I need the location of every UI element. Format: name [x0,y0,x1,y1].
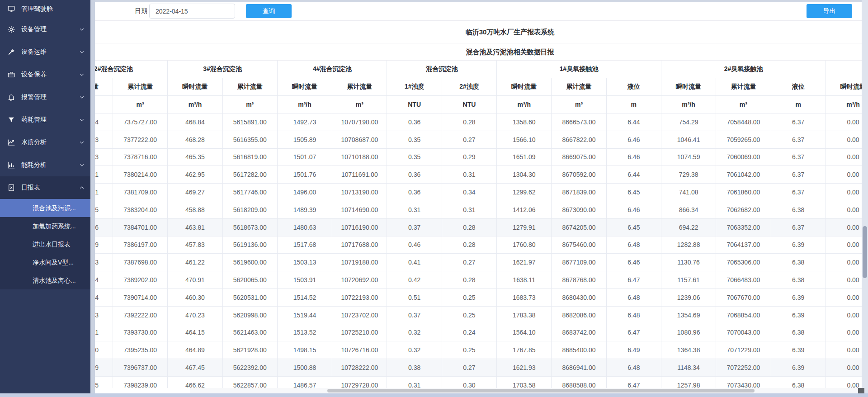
cell: 0.42 [387,271,442,289]
sidebar-item-label: 设备管理 [21,25,47,33]
cell: 8667822.00 [552,131,606,149]
column-header-3: 累计流量 [223,78,278,96]
wrench-icon [7,47,16,57]
cell: 0.27 [442,131,497,149]
cell: 0.36 [387,166,442,184]
column-unit-5: m³ [332,96,387,113]
sidebar-item-daily-report[interactable]: 日报表 [0,176,90,199]
query-button[interactable]: 查询 [246,4,292,18]
sidebar-content-divider [90,0,95,397]
cell: 7378716.00 [113,149,168,166]
sidebar-item-6[interactable]: 水质分析 [0,131,90,154]
column-header-13: 液位 [771,78,826,96]
table-row-10: 47390714.00460.305620531.001514.52107221… [95,289,862,307]
scrollbar-corner [858,388,864,393]
cell: 7395235.00 [113,341,168,359]
sidebar-subitem-0[interactable]: 混合池及污泥... [0,199,90,217]
cell: 1 [95,166,113,184]
sidebar-subitem-3[interactable]: 净水间及V型... [0,253,90,271]
cell: 0.35 [387,131,442,149]
cell: 3 [95,131,113,149]
cell: 1513.52 [278,324,332,342]
cell: 1564.10 [497,324,552,342]
sidebar-item-5[interactable]: 药耗管理 [0,109,90,131]
column-unit-1: m³ [113,96,168,113]
cell: 7393730.00 [113,324,168,342]
cell: 5621928.00 [223,341,278,359]
report-table-viewport[interactable]: 临沂30万吨水厂生产报表系统 混合池及污泥池相关数据日报 2#混合沉淀池3#混合… [95,20,862,388]
column-unit-13: m [771,96,826,113]
chevron-down-icon [79,26,85,33]
cell: 1279.91 [497,219,552,236]
cell: 457.83 [168,236,222,254]
cell: 1498.15 [278,341,332,359]
cell: 6.38 [771,271,826,289]
cell: 8682086.00 [552,307,606,324]
cell: 1505.89 [278,131,332,149]
cell: 6.44 [607,166,661,184]
cell: 3 [95,307,113,324]
sidebar-item-3[interactable]: 设备保养 [0,63,90,86]
cell: 754.29 [661,113,716,131]
chevron-down-icon [79,117,85,123]
cell: 0.34 [442,184,497,201]
cell: 6.46 [607,131,661,149]
cell: 7377222.00 [113,131,168,149]
cell: 7383204.00 [113,201,168,219]
vertical-scrollbar-thumb[interactable] [863,226,867,278]
cell: 1364.38 [661,341,716,359]
cell: 10714690.00 [332,201,387,219]
cell: 5620065.00 [223,271,278,289]
cell: 7398239.00 [113,377,168,388]
cell: 3 [95,254,113,271]
cell: 0.27 [442,359,497,377]
column-header-12: 累计流量 [716,78,771,96]
cell: 1501.07 [278,149,332,166]
page-scrollbar-strip [0,393,868,397]
cell: 7065306.00 [716,254,771,271]
cell: 4 [95,271,113,289]
cell: 470.91 [168,271,222,289]
chevron-down-icon [79,71,85,78]
date-input[interactable] [149,4,235,19]
cell: 7066483.00 [716,271,771,289]
column-header-2: 瞬时流量 [168,78,222,96]
sidebar-item-7[interactable]: 能耗分析 [0,154,90,176]
cell: 0.28 [442,236,497,254]
cell: 7396737.00 [113,359,168,377]
sidebar-item-label: 设备保养 [21,71,47,79]
sidebar-item-1[interactable]: 设备管理 [0,18,90,41]
sidebar-subitem-1[interactable]: 加氯加药系统... [0,217,90,235]
cell: 458.88 [168,201,222,219]
cell: 1767.85 [497,341,552,359]
group-header-0: 2#混合沉淀池 [95,61,168,78]
table-body: 47375727.00468.845615891.001492.73107071… [95,113,862,388]
sidebar-menu: 管理驾驶舱设备管理设备运维设备保养报警管理药耗管理水质分析能耗分析 [0,0,90,176]
cell: 6.39 [771,307,826,324]
cell: 6.39 [771,289,826,307]
cell: 0.32 [387,341,442,359]
sidebar-item-0[interactable]: 管理驾驶舱 [0,0,90,18]
cell: 1492.73 [278,113,332,131]
sidebar-subitem-4[interactable]: 清水池及离心... [0,271,90,289]
cell: 10716190.00 [332,219,387,236]
cell: 0.36 [387,113,442,131]
cell: 8677109.00 [552,254,606,271]
cell: 0.24 [442,324,497,342]
cell: 5617282.00 [223,166,278,184]
sidebar-subitem-2[interactable]: 进出水日报表 [0,235,90,253]
cell: 1157.61 [661,271,716,289]
cell: 8680430.00 [552,289,606,307]
cell: 1621.97 [497,254,552,271]
date-label: 日期 [135,7,147,15]
cell: 7389202.00 [113,271,168,289]
sidebar-item-2[interactable]: 设备运维 [0,41,90,63]
cell: 1500.88 [278,359,332,377]
group-header-3: 混合沉淀池 [387,61,497,78]
sidebar-item-4[interactable]: 报警管理 [0,86,90,109]
export-button[interactable]: 导出 [807,4,852,18]
horizontal-scrollbar-thumb[interactable] [327,389,755,392]
cell: 4 [95,289,113,307]
cell: 7390714.00 [113,289,168,307]
sidebar-item-label: 报警管理 [21,93,47,101]
